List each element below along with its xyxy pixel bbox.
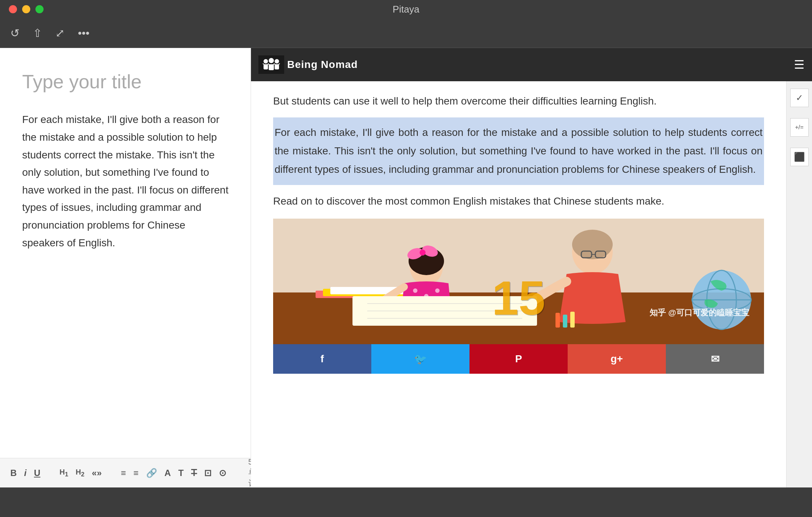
more-icon[interactable]: ••• bbox=[78, 27, 90, 40]
refresh-icon[interactable]: ↺ bbox=[10, 27, 20, 40]
twitter-icon: 🐦 bbox=[414, 353, 427, 365]
googleplus-share-button[interactable]: g+ bbox=[568, 344, 666, 374]
maximize-button[interactable] bbox=[35, 5, 44, 13]
twitter-share-button[interactable]: 🐦 bbox=[371, 344, 469, 374]
article-number-overlay: 15 bbox=[492, 274, 546, 322]
code-button[interactable]: ⊙ bbox=[219, 468, 226, 478]
editor-content[interactable]: For each mistake, I'll give both a reaso… bbox=[22, 111, 228, 251]
svg-point-5 bbox=[275, 59, 279, 64]
block-icon: ⬛ bbox=[794, 152, 805, 162]
app-title: Pitaya bbox=[393, 4, 419, 15]
article-image: 15 知乎 @可口可爱的瞌睡宝宝 bbox=[273, 219, 764, 344]
formula-icon: +/= bbox=[795, 124, 804, 131]
list-unordered-button[interactable]: ≡ bbox=[121, 468, 126, 478]
svg-point-33 bbox=[413, 288, 417, 293]
blog-logo-text: Being Nomad bbox=[287, 59, 358, 71]
editor-title-placeholder[interactable]: Type your title bbox=[22, 70, 228, 93]
svg-point-3 bbox=[269, 58, 274, 63]
svg-point-32 bbox=[420, 250, 426, 256]
underline-button[interactable]: U bbox=[34, 468, 40, 478]
svg-rect-6 bbox=[275, 64, 279, 69]
right-sidebar: ✓ +/= ⬛ bbox=[786, 81, 812, 487]
svg-point-1 bbox=[264, 59, 268, 64]
strikethrough-button[interactable]: A bbox=[165, 468, 171, 478]
browser-content: But students can use it well to help the… bbox=[251, 81, 786, 487]
browser-header: Being Nomad ☰ bbox=[251, 48, 812, 81]
close-button[interactable] bbox=[9, 5, 17, 13]
hamburger-menu-button[interactable]: ☰ bbox=[794, 58, 805, 72]
h2-button[interactable]: H2 bbox=[76, 468, 85, 478]
browser-pane: Being Nomad ☰ But students can use it we… bbox=[251, 48, 812, 487]
facebook-icon: f bbox=[320, 353, 324, 365]
svg-rect-2 bbox=[264, 64, 268, 69]
googleplus-icon: g+ bbox=[610, 353, 623, 365]
block-icon-button[interactable]: ⬛ bbox=[790, 148, 809, 166]
minimize-button[interactable] bbox=[22, 5, 30, 13]
list-ordered-button[interactable]: ≡ bbox=[134, 468, 139, 478]
editor-pane: Type your title For each mistake, I'll g… bbox=[0, 48, 251, 487]
check-icon-button[interactable]: ✓ bbox=[790, 89, 809, 107]
email-icon: ✉ bbox=[711, 353, 719, 365]
title-bar: Pitaya bbox=[0, 0, 812, 18]
toolbar: ↺ ⇧ ⤢ ••• bbox=[0, 18, 812, 48]
traffic-lights bbox=[9, 5, 44, 13]
blog-logo: Being Nomad bbox=[258, 55, 358, 74]
link-button[interactable]: 🔗 bbox=[146, 468, 157, 478]
quote-button[interactable]: «» bbox=[92, 468, 102, 478]
h1-button[interactable]: H1 bbox=[59, 468, 68, 478]
italic-button[interactable]: i bbox=[24, 468, 27, 478]
text-format-button[interactable]: T bbox=[178, 468, 184, 478]
email-share-button[interactable]: ✉ bbox=[666, 344, 764, 374]
bold-button[interactable]: B bbox=[10, 468, 17, 478]
pinterest-share-button[interactable]: P bbox=[469, 344, 568, 374]
highlighted-paragraph: For each mistake, I'll give both a reaso… bbox=[273, 117, 764, 185]
image-insert-button[interactable]: ⊡ bbox=[204, 468, 211, 478]
bottom-toolbar: B i U H1 H2 «» ≡ ≡ 🔗 A T T̶ ⊡ ⊙ 57 单词 ▾ bbox=[0, 458, 251, 487]
main-area: Type your title For each mistake, I'll g… bbox=[0, 48, 812, 487]
formula-icon-button[interactable]: +/= bbox=[790, 118, 809, 137]
share-icon[interactable]: ⇧ bbox=[33, 27, 42, 40]
social-share-bar: f 🐦 P g+ ✉ bbox=[273, 344, 764, 374]
article-intro: But students can use it well to help the… bbox=[273, 81, 764, 117]
pinterest-icon: P bbox=[515, 353, 522, 365]
check-icon: ✓ bbox=[796, 93, 803, 103]
svg-point-35 bbox=[435, 288, 440, 293]
fullscreen-icon[interactable]: ⤢ bbox=[55, 27, 65, 40]
remove-format-button[interactable]: T̶ bbox=[191, 468, 197, 478]
svg-rect-45 bbox=[570, 312, 575, 328]
facebook-share-button[interactable]: f bbox=[273, 344, 371, 374]
svg-rect-43 bbox=[555, 313, 560, 328]
svg-rect-44 bbox=[563, 315, 567, 328]
logo-icon bbox=[258, 55, 284, 74]
read-on-paragraph: Read on to discover the most common Engl… bbox=[273, 192, 764, 210]
watermark: 知乎 @可口可爱的瞌睡宝宝 bbox=[650, 307, 749, 318]
